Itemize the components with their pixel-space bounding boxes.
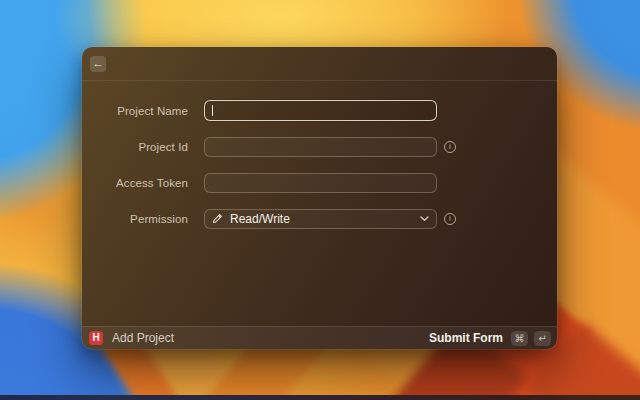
permission-value: Read/Write (230, 212, 420, 226)
window-footer: H Add Project Submit Form ⌘ ↵ (82, 326, 557, 349)
info-letter: i (449, 213, 451, 223)
form-row-permission: Permission Read/Write i (82, 208, 557, 229)
access-token-input[interactable] (204, 173, 437, 193)
back-arrow-icon: ← (93, 57, 104, 69)
info-letter: i (449, 141, 451, 151)
pencil-icon (212, 213, 223, 224)
info-icon[interactable]: i (444, 213, 456, 225)
window-header: ← (82, 47, 557, 81)
return-key-badge: ↵ (534, 331, 551, 346)
permission-dropdown[interactable]: Read/Write (204, 209, 437, 229)
submit-form-button[interactable]: Submit Form (429, 331, 503, 345)
chevron-down-icon (420, 216, 429, 222)
command-key-badge: ⌘ (511, 331, 528, 346)
permission-label: Permission (82, 213, 188, 225)
form-row-project-id: Project Id i (82, 136, 557, 157)
form-row-access-token: Access Token (82, 172, 557, 193)
app-logo-icon: H (89, 331, 103, 345)
project-id-label: Project Id (82, 141, 188, 153)
footer-app-title: Add Project (112, 331, 174, 345)
text-caret (212, 105, 213, 116)
form-row-project-name: Project Name (82, 100, 557, 121)
wallpaper-bottom-strip (0, 395, 640, 400)
project-name-label: Project Name (82, 105, 188, 117)
raycast-window: ← Project Name Project Id i Access Token… (82, 47, 557, 349)
project-id-input[interactable] (204, 137, 437, 157)
info-icon[interactable]: i (444, 141, 456, 153)
access-token-label: Access Token (82, 177, 188, 189)
back-button[interactable]: ← (90, 56, 106, 72)
form-area: Project Name Project Id i Access Token P… (82, 81, 557, 326)
project-name-input[interactable] (204, 100, 437, 121)
